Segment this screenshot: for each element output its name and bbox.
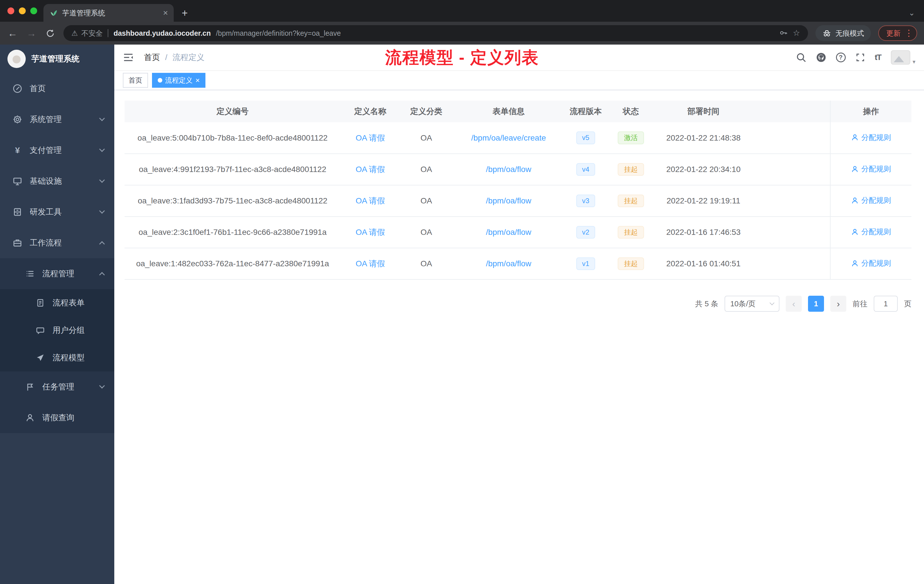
sidebar-item-workflow[interactable]: 工作流程 [0, 228, 114, 258]
page-1-button[interactable]: 1 [808, 296, 824, 312]
forward-button[interactable]: → [26, 28, 37, 38]
tag-home[interactable]: 首页 [123, 73, 148, 88]
sidebar-item-user-group[interactable]: 用户分组 [0, 317, 114, 344]
reload-button[interactable] [45, 28, 56, 38]
maximize-window-button[interactable] [30, 7, 37, 14]
browser-toolbar: ← → ⚠ 不安全 dashboard.yudao.iocoder.cn /bp… [0, 22, 924, 45]
omnibox-divider [108, 29, 108, 37]
user-avatar[interactable]: ▾ [891, 50, 916, 64]
bookmark-star-icon[interactable]: ☆ [793, 29, 800, 37]
tag-process-definition[interactable]: 流程定义 × [152, 73, 205, 88]
yen-icon: ¥ [13, 145, 22, 155]
password-key-icon[interactable] [779, 28, 788, 38]
status-badge: 激活 [618, 132, 644, 144]
sidebar-item-payment[interactable]: ¥ 支付管理 [0, 135, 114, 166]
breadcrumb-home[interactable]: 首页 [144, 52, 160, 63]
next-page-button[interactable]: › [830, 296, 846, 312]
form-info-link[interactable]: /bpm/oa/flow [486, 228, 531, 237]
col-definition-id: 定义编号 [125, 101, 341, 122]
definition-name-link[interactable]: OA 请假 [356, 196, 385, 205]
github-icon[interactable] [816, 52, 826, 63]
briefcase-icon [13, 238, 22, 248]
sidebar-item-system[interactable]: 系统管理 [0, 104, 114, 135]
warning-icon: ⚠ [71, 29, 78, 38]
assign-rule-button[interactable]: 分配规则 [851, 258, 891, 268]
page-size-select[interactable]: 10条/页 [724, 296, 779, 312]
minimize-window-button[interactable] [19, 7, 26, 14]
definition-id: oa_leave:2:3c1f0ef1-76b1-11ec-9c66-a2380… [125, 216, 341, 248]
goto-page-input[interactable] [874, 296, 898, 312]
assign-rule-button[interactable]: 分配规则 [851, 195, 891, 205]
goto-label: 前往 [853, 299, 868, 309]
sidebar-item-leave-query[interactable]: 请假查询 [0, 402, 114, 433]
sidebar-item-devtools[interactable]: 研发工具 [0, 196, 114, 228]
sidebar-item-process-model[interactable]: 流程模型 [0, 344, 114, 371]
tag-close-icon[interactable]: × [195, 77, 200, 84]
table-row: oa_leave:2:3c1f0ef1-76b1-11ec-9c66-a2380… [125, 216, 911, 248]
tags-view-bar: 首页 流程定义 × [114, 71, 924, 90]
assign-rule-button[interactable]: 分配规则 [851, 227, 891, 237]
navbar: 首页 / 流程定义 ? tT ▾ [114, 45, 924, 71]
font-size-icon[interactable]: tT [875, 53, 881, 62]
update-label: 更新 [886, 28, 901, 38]
assign-rule-button[interactable]: 分配规则 [851, 164, 891, 174]
chevron-up-icon [99, 272, 105, 278]
definition-id: oa_leave:5:004b710b-7b8a-11ec-8ef0-acde4… [125, 122, 341, 154]
chevron-down-icon [99, 383, 105, 389]
content: 定义编号 定义名称 定义分类 表单信息 流程版本 状态 部署时间 操作 [114, 90, 924, 584]
assign-rule-button[interactable]: 分配规则 [851, 133, 891, 143]
col-status: 状态 [607, 101, 655, 122]
breadcrumb-separator: / [165, 53, 167, 62]
gear-icon [13, 115, 22, 124]
comment-icon [35, 325, 45, 335]
definition-name-link[interactable]: OA 请假 [356, 228, 385, 237]
col-process-version: 流程版本 [564, 101, 607, 122]
sidebar-item-process-form[interactable]: 流程表单 [0, 289, 114, 317]
avatar-image [891, 50, 910, 64]
definition-name-link[interactable]: OA 请假 [356, 259, 385, 268]
form-info-link[interactable]: /bpm/oa/leave/create [471, 134, 546, 142]
table-row: oa_leave:3:1fad3d93-7b75-11ec-a3c8-acde4… [125, 185, 911, 216]
tab-close-icon[interactable]: × [163, 8, 168, 17]
update-chrome-button[interactable]: 更新 ⋮ [878, 25, 917, 41]
tab-search-chevron-icon[interactable]: ⌄ [909, 9, 915, 16]
sidebar-item-infra[interactable]: 基础设施 [0, 166, 114, 196]
deploy-time: 2022-01-16 01:40:51 [655, 248, 752, 279]
prev-page-button[interactable]: ‹ [786, 296, 802, 312]
chevron-down-icon [99, 177, 105, 183]
search-icon[interactable] [796, 52, 806, 63]
address-bar[interactable]: ⚠ 不安全 dashboard.yudao.iocoder.cn /bpm/ma… [63, 25, 808, 41]
col-filler [752, 101, 830, 122]
new-tab-button[interactable]: + [182, 8, 188, 18]
sidebar-item-home[interactable]: 首页 [0, 73, 114, 104]
active-dot [158, 78, 162, 82]
definition-name-link[interactable]: OA 请假 [356, 165, 385, 174]
browser-tab[interactable]: 芋道管理系统 × [43, 4, 174, 22]
form-info-link[interactable]: /bpm/oa/flow [486, 196, 531, 205]
help-icon[interactable]: ? [836, 53, 846, 62]
sidebar-collapse-icon[interactable] [123, 53, 134, 62]
sidebar-item-process-mgmt[interactable]: 流程管理 [0, 258, 114, 289]
browser-menu-icon[interactable]: ⋮ [904, 29, 913, 38]
form-info-link[interactable]: /bpm/oa/flow [486, 165, 531, 174]
version-badge: v3 [576, 195, 595, 208]
sidebar-logo[interactable]: 芋道管理系统 [0, 45, 114, 73]
col-actions: 操作 [830, 101, 911, 122]
definition-name-link[interactable]: OA 请假 [356, 134, 385, 142]
form-info-link[interactable]: /bpm/oa/flow [486, 259, 531, 268]
incognito-icon [822, 28, 832, 38]
status-badge: 挂起 [618, 163, 644, 176]
main-area: 首页 / 流程定义 ? tT ▾ 首页 [114, 45, 924, 584]
fullscreen-icon[interactable] [855, 53, 865, 62]
security-indicator[interactable]: ⚠ 不安全 [71, 28, 102, 38]
version-badge: v4 [576, 163, 595, 176]
back-button[interactable]: ← [7, 28, 18, 38]
sidebar-item-task-mgmt[interactable]: 任务管理 [0, 371, 114, 402]
flag-icon [25, 382, 35, 392]
status-badge: 挂起 [618, 226, 644, 239]
incognito-badge: 无痕模式 [815, 25, 871, 41]
version-badge: v1 [576, 257, 595, 270]
chevron-down-icon [99, 208, 105, 214]
close-window-button[interactable] [7, 7, 14, 14]
chevron-down-icon [99, 146, 105, 152]
